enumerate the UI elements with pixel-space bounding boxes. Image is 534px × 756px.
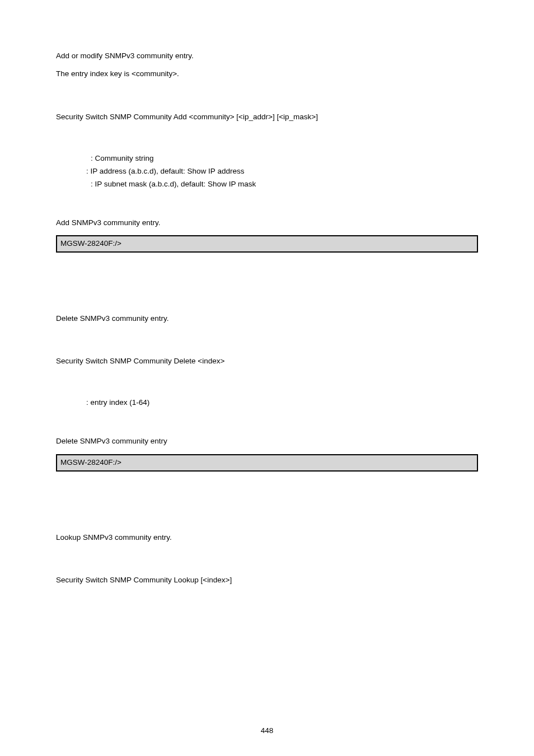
description-text: Add or modify SNMPv3 community entry. [56, 50, 478, 62]
syntax-text: Security Switch SNMP Community Delete <i… [56, 356, 478, 367]
param-text: : IP address (a.b.c.d), default: Show IP… [86, 167, 478, 175]
code-block: MGSW-28240F:/> [56, 454, 478, 472]
syntax-text: Security Switch SNMP Community Add <comm… [56, 111, 478, 123]
description-text: Delete SNMPv3 community entry. [56, 313, 478, 324]
param-text: : entry index (1-64) [86, 398, 478, 407]
description-text: Lookup SNMPv3 community entry. [56, 532, 478, 543]
example-label: Delete SNMPv3 community entry [56, 436, 478, 447]
example-label: Add SNMPv3 community entry. [56, 217, 478, 228]
param-text: : IP subnet mask (a.b.c.d), default: Sho… [91, 180, 478, 188]
param-text: : Community string [91, 154, 478, 162]
syntax-text: Security Switch SNMP Community Lookup [<… [56, 575, 478, 586]
description-text: The entry index key is <community>. [56, 68, 478, 80]
code-block: MGSW-28240F:/> [56, 235, 478, 253]
page-number: 448 [0, 726, 534, 735]
